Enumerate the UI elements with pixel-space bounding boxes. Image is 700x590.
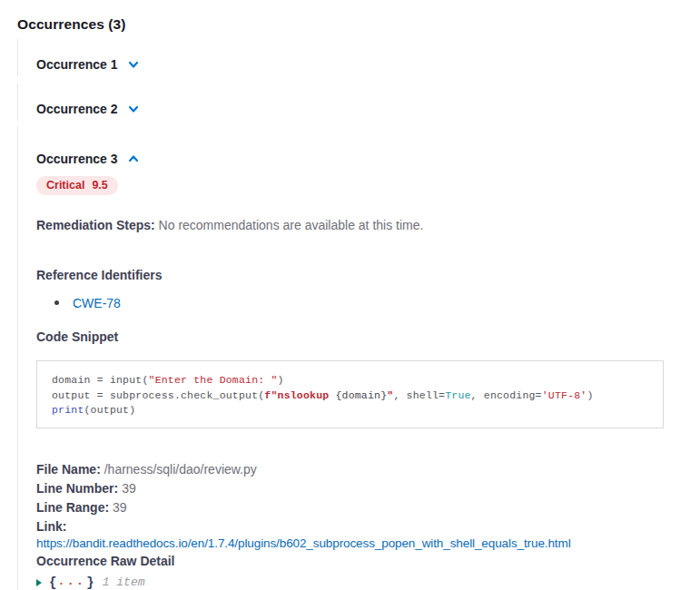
- occurrence-raw-detail-heading: Occurrence Raw Detail: [36, 555, 700, 567]
- json-open-brace: {: [49, 575, 56, 590]
- occurrence-1-title: Occurrence 1: [36, 58, 118, 71]
- chevron-up-icon: [127, 152, 140, 165]
- occurrence-2-panel: Occurrence 2: [17, 84, 700, 121]
- json-ellipsis: ...: [57, 575, 85, 588]
- code-snippet-body: domain = input("Enter the Domain: ")outp…: [36, 360, 664, 428]
- occurrence-1-header[interactable]: Occurrence 1: [36, 57, 140, 71]
- occurrence-3-header[interactable]: Occurrence 3: [36, 152, 140, 165]
- raw-detail-json-row: {...} 1 item: [36, 575, 700, 590]
- detail-fields: File Name: /harness/sqli/dao/review.pyLi…: [36, 460, 700, 536]
- reference-link[interactable]: CWE-78: [73, 296, 121, 310]
- severity-label: Critical: [46, 179, 84, 192]
- reference-list: CWE-78: [36, 297, 700, 310]
- bandit-doc-link[interactable]: https://bandit.readthedocs.io/en/1.7.4/p…: [36, 536, 571, 550]
- json-collapsed-preview[interactable]: {...}: [49, 575, 94, 590]
- chevron-down-icon: [127, 58, 140, 71]
- severity-badge: Critical 9.5: [36, 176, 118, 195]
- expand-triangle-icon[interactable]: [36, 579, 42, 586]
- chevron-down-icon: [127, 103, 140, 115]
- json-close-brace: }: [86, 575, 94, 590]
- json-item-count: 1 item: [103, 575, 145, 589]
- code-snippet-heading: Code Snippet: [36, 330, 700, 343]
- detail-field-row: Link:: [36, 517, 700, 536]
- severity-score: 9.5: [92, 179, 107, 192]
- occurrence-2-title: Occurrence 2: [36, 103, 118, 115]
- occurrence-3-title: Occurrence 3: [36, 152, 118, 165]
- remediation-steps: Remediation Steps: No recommendations ar…: [36, 219, 700, 232]
- detail-field-row: File Name: /harness/sqli/dao/review.py: [36, 460, 700, 479]
- reference-item: CWE-78: [36, 297, 700, 310]
- detail-field-row: Line Range: 39: [36, 498, 700, 517]
- page-title: Occurrences (3): [17, 16, 700, 32]
- occurrence-1-panel: Occurrence 1: [17, 39, 700, 76]
- reference-identifiers-heading: Reference Identifiers: [36, 269, 700, 281]
- occurrence-3-panel: Occurrence 3 Critical 9.5 Remediation St…: [17, 126, 700, 590]
- detail-field-row: Line Number: 39: [36, 479, 700, 498]
- remediation-label: Remediation Steps:: [36, 218, 155, 232]
- remediation-text: No recommendations are available at this…: [159, 218, 424, 232]
- occurrence-2-header[interactable]: Occurrence 2: [36, 102, 140, 115]
- occurrences-panel: Occurrences (3) Occurrence 1 Occurrence …: [0, 0, 700, 590]
